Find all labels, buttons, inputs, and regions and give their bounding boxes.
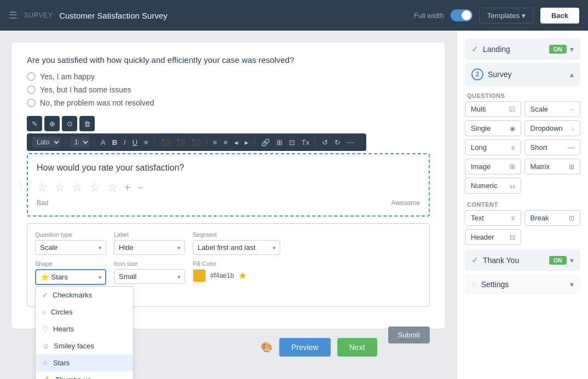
icon-size-select-wrap: Small [114, 269, 185, 284]
survey-chevron-icon[interactable]: ▴ [570, 70, 574, 79]
settings-left: ○ Settings [471, 279, 509, 289]
dropdown-smiley[interactable]: ☺ Smiley faces [36, 337, 133, 354]
fullwidth-toggle[interactable] [451, 9, 472, 21]
add-icon-btn[interactable]: ⊕ [44, 116, 60, 131]
sidebar-settings-item[interactable]: ○ Settings ▾ [465, 274, 580, 295]
remove-star-btn[interactable]: − [137, 182, 144, 194]
option-2-label: Yes, but I had some issues [40, 85, 131, 94]
ctype-text-icon: ≡ [511, 214, 515, 222]
underline-icon[interactable]: U [131, 137, 139, 148]
decrease-indent-icon[interactable]: ◂ [233, 137, 240, 148]
drag-handle[interactable]: ⋮⋮ [17, 180, 34, 190]
settings-label: Settings [481, 280, 509, 289]
sidebar-survey-item[interactable]: 2 Survey ▴ [465, 63, 580, 86]
qtype-scale[interactable]: Scale ··· [524, 101, 581, 117]
qtype-multi[interactable]: Multi ☑ [465, 101, 521, 117]
sidebar-thankyou-item[interactable]: ✓ Thank You ON ▾ [465, 249, 580, 271]
dropdown-hearts[interactable]: ♡ Hearts [36, 320, 133, 337]
link-icon[interactable]: 🔗 [260, 137, 272, 148]
qtype-image[interactable]: Image ⊞ [465, 159, 521, 174]
shape-select[interactable]: ⭐ Stars [35, 269, 106, 285]
align-left-icon[interactable]: ⬛ [159, 137, 171, 148]
undo-icon[interactable]: ↺ [320, 137, 330, 148]
templates-button[interactable]: Templates ▾ [479, 8, 534, 24]
qtype-multi-label: Multi [471, 105, 486, 113]
survey-title: Customer Satisfaction Survey [59, 11, 168, 20]
landing-chevron-icon[interactable]: ▾ [570, 45, 574, 54]
align-center-icon[interactable]: ⬛ [175, 137, 187, 148]
star-2[interactable]: ☆ [54, 180, 65, 195]
bold-icon[interactable]: B [111, 137, 119, 148]
question-type-select[interactable]: Scale [35, 240, 106, 255]
star-1[interactable]: ☆ [37, 180, 48, 195]
qtype-matrix[interactable]: Matrix ⊞ [524, 159, 581, 174]
segment-select[interactable]: Label first and last [193, 240, 280, 255]
font-family-select[interactable]: Lato [32, 137, 61, 148]
edit-icon-btn[interactable]: ✎ [27, 116, 42, 131]
add-star-btn[interactable]: + [124, 182, 131, 194]
embed-icon[interactable]: ⊡ [287, 137, 297, 148]
qtype-dropdown[interactable]: Dropdown ↓ [524, 120, 581, 136]
delete-icon-btn[interactable]: 🗑 [79, 116, 95, 131]
survey-item-label: Survey [488, 70, 512, 79]
qtype-grid: Multi ☑ Scale ··· Single ◉ Dropdown ↓ Lo… [465, 101, 580, 194]
qtype-short[interactable]: Short — [524, 139, 581, 155]
submit-button[interactable]: Submit [388, 326, 430, 343]
option-3-label: No, the problem was not resolved [40, 98, 154, 107]
radio-3 [27, 98, 36, 107]
italic-icon[interactable]: I [122, 137, 128, 148]
ctype-break[interactable]: Break ⊡ [524, 210, 581, 226]
fill-color-label: Fill Color [193, 260, 247, 267]
more-icon[interactable]: ⋯ [345, 137, 356, 148]
dropdown-stars[interactable]: ☆ Stars [36, 354, 133, 371]
ordered-list-icon[interactable]: ≡ [222, 137, 229, 148]
star-3[interactable]: ☆ [72, 180, 83, 195]
icon-size-select[interactable]: Small [114, 269, 185, 284]
bullet-list-icon[interactable]: ≡ [211, 137, 219, 148]
ctype-break-icon: ⊡ [569, 214, 574, 222]
settings-row-2: Shape ⭐ Stars ✓ Checkmarks [35, 260, 422, 285]
preview-button[interactable]: Preview [279, 338, 331, 357]
star-4[interactable]: ☆ [89, 180, 100, 195]
qtype-single[interactable]: Single ◉ [465, 120, 521, 136]
font-color-icon[interactable]: A [99, 137, 107, 148]
label-select[interactable]: Hide [114, 240, 185, 255]
qtype-numeric[interactable]: Numeric ₁₂ [465, 178, 521, 194]
sidebar-landing-item[interactable]: ✓ Landing ON ▾ [465, 38, 580, 60]
list-indent-icon[interactable]: ≡ [142, 137, 150, 148]
dropdown-smiley-label: Smiley faces [54, 342, 94, 350]
align-right-icon[interactable]: ⬛ [190, 137, 202, 148]
shape-dropdown[interactable]: ✓ Checkmarks ○ Circles ♡ Hearts [35, 286, 134, 379]
dropdown-circles[interactable]: ○ Circles [36, 304, 133, 320]
redo-icon[interactable]: ↻ [333, 137, 342, 148]
shape-select-wrap: ⭐ Stars ✓ Checkmarks ○ Circles [35, 269, 106, 285]
dropdown-thumbsup[interactable]: 👍 Thumbs-up [36, 371, 133, 379]
palette-icon[interactable]: 🎨 [261, 341, 273, 353]
question-type-label: Question type [35, 231, 106, 238]
ctype-header[interactable]: Header ⊡ [465, 229, 521, 245]
dropdown-thumbsup-label: Thumbs-up [55, 376, 91, 379]
up-icon-btn[interactable]: ⊙ [62, 116, 77, 131]
qtype-multi-icon: ☑ [509, 106, 515, 113]
settings-chevron-icon[interactable]: ▾ [570, 280, 574, 289]
star-5[interactable]: ☆ [107, 180, 118, 195]
dropdown-checkmarks[interactable]: ✓ Checkmarks [36, 287, 133, 304]
option-1-label: Yes, I am happy [40, 72, 95, 81]
font-size-select[interactable]: 18 [70, 137, 90, 148]
increase-indent-icon[interactable]: ▸ [243, 137, 250, 148]
qtype-long[interactable]: Long ≡ [465, 139, 521, 155]
thankyou-chevron-icon[interactable]: ▾ [570, 256, 574, 265]
qtype-single-icon: ◉ [510, 125, 515, 132]
color-swatch[interactable] [193, 269, 206, 282]
back-button[interactable]: Back [540, 8, 579, 24]
ctype-text[interactable]: Text ≡ [465, 210, 521, 226]
settings-panel: Question type Scale Label Hide [27, 223, 430, 307]
ctype-grid: Text ≡ Break ⊡ Header ⊡ [465, 210, 580, 245]
next-button[interactable]: Next [337, 338, 377, 357]
menu-icon: ☰ [9, 9, 18, 21]
clear-format-icon[interactable]: Tx [300, 137, 311, 148]
landing-right: ON ▾ [549, 45, 574, 54]
color-hex-value: #f4ae1b [210, 272, 234, 279]
image-icon[interactable]: ⊞ [275, 137, 284, 148]
scale-labels: Bad Awesome [37, 199, 420, 207]
